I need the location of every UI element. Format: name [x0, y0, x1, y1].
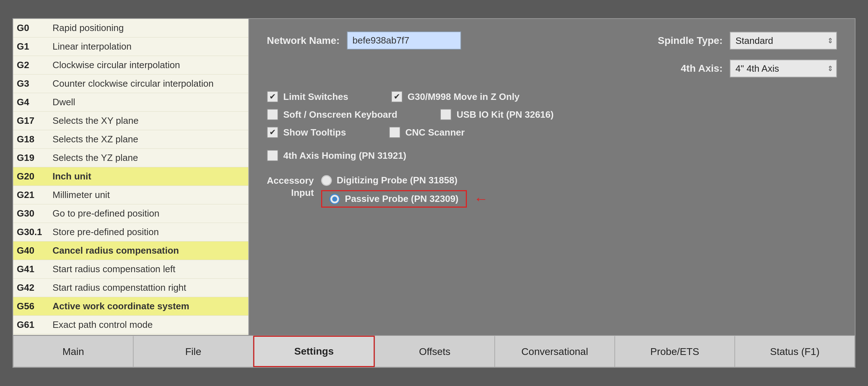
tab-probeets[interactable]: Probe/ETS [615, 336, 735, 367]
gcode-list: G0Rapid positioningG1Linear interpolatio… [13, 19, 248, 335]
spindle-type-select-wrapper: StandardVFDServo [730, 32, 837, 50]
gcode-desc-8: Inch unit [53, 171, 91, 182]
tab-file[interactable]: File [133, 336, 253, 367]
gcode-code-6: G18 [17, 134, 53, 145]
radio-item-1: Passive Probe (PN 32309)← [321, 190, 488, 208]
gcode-row-0[interactable]: G0Rapid positioning [13, 19, 248, 37]
gcode-desc-2: Clockwise circular interpolation [53, 60, 180, 71]
tab-conversational[interactable]: Conversational [495, 336, 615, 367]
gcode-desc-1: Linear interpolation [53, 41, 131, 52]
checkbox-box-1[interactable]: ✔ [391, 91, 403, 102]
axis-homing-checkbox[interactable] [267, 150, 278, 161]
network-name-group: Network Name: [267, 31, 461, 50]
gcode-row-3[interactable]: G3Counter clockwise circular interpolati… [13, 75, 248, 93]
radio-options: Digitizing Probe (PN 31858)Passive Probe… [321, 175, 488, 208]
fourth-axis-select[interactable]: 4" 4th Axis5" 4th AxisNone [730, 60, 837, 77]
axis-homing-row: 4th Axis Homing (PN 31921) [267, 150, 837, 161]
radio-circle-1[interactable] [329, 194, 340, 204]
gcode-desc-14: Start radius compenstattion right [53, 282, 186, 293]
accessory-section: Accessory Input Digitizing Probe (PN 318… [267, 175, 837, 208]
gcode-desc-3: Counter clockwise circular interpolation [53, 78, 214, 89]
gcode-code-8: G20 [17, 171, 53, 182]
checkbox-item: Soft / Onscreen Keyboard [267, 109, 397, 120]
checkbox-label-2: Soft / Onscreen Keyboard [283, 109, 397, 120]
gcode-code-1: G1 [17, 41, 53, 52]
checkbox-item: ✔Show Tooltips [267, 127, 346, 138]
gcode-code-14: G42 [17, 282, 53, 293]
accessory-label-line2: Input [291, 187, 314, 199]
checkbox-label-5: CNC Scanner [405, 127, 465, 138]
gcode-row-11[interactable]: G30.1Store pre-defined position [13, 223, 248, 242]
gcode-row-7[interactable]: G19Selects the YZ plane [13, 149, 248, 167]
gcode-desc-4: Dwell [53, 97, 75, 108]
spindle-type-label: Spindle Type: [658, 35, 723, 46]
network-name-input[interactable] [347, 31, 461, 50]
checkbox-label-4: Show Tooltips [283, 127, 346, 138]
gcode-desc-16: Exact path control mode [53, 319, 153, 330]
checkbox-box-3[interactable] [440, 109, 452, 120]
checkbox-box-0[interactable]: ✔ [267, 91, 278, 102]
checkbox-item: USB IO Kit (PN 32616) [440, 109, 554, 120]
gcode-desc-5: Selects the XY plane [53, 115, 139, 126]
gcode-code-0: G0 [17, 22, 53, 34]
radio-circle-0[interactable] [321, 175, 332, 186]
checkbox-row: ✔Limit Switches✔G30/M998 Move in Z Only [267, 91, 837, 102]
tab-status-f1[interactable]: Status (F1) [735, 336, 855, 367]
spindle-type-select[interactable]: StandardVFDServo [730, 32, 837, 50]
gcode-desc-10: Go to pre-defined position [53, 208, 159, 219]
gcode-code-2: G2 [17, 60, 53, 71]
fourth-axis-label: 4th Axis: [681, 63, 723, 74]
gcode-row-15[interactable]: G56Active work coordinate system [13, 297, 248, 316]
gcode-row-8[interactable]: G20Inch unit [13, 167, 248, 186]
gcode-desc-15: Active work coordinate system [53, 301, 189, 312]
axis-row: 4th Axis: 4" 4th Axis5" 4th AxisNone [267, 60, 837, 77]
gcode-row-2[interactable]: G2Clockwise circular interpolation [13, 56, 248, 75]
gcode-row-13[interactable]: G41Start radius compensation left [13, 260, 248, 279]
checkbox-box-4[interactable]: ✔ [267, 127, 278, 138]
gcode-code-16: G61 [17, 319, 53, 330]
spindle-group: Spindle Type: StandardVFDServo [658, 32, 837, 50]
gcode-row-10[interactable]: G30Go to pre-defined position [13, 204, 248, 223]
gcode-row-1[interactable]: G1Linear interpolation [13, 37, 248, 56]
gcode-code-13: G41 [17, 264, 53, 275]
network-name-label: Network Name: [267, 35, 340, 46]
gcode-row-5[interactable]: G17Selects the XY plane [13, 112, 248, 130]
checkbox-box-5[interactable] [389, 127, 400, 138]
gcode-row-14[interactable]: G42Start radius compenstattion right [13, 279, 248, 297]
gcode-code-3: G3 [17, 78, 53, 89]
checkbox-label-3: USB IO Kit (PN 32616) [457, 109, 554, 120]
gcode-desc-0: Rapid positioning [53, 22, 124, 34]
gcode-desc-7: Selects the YZ plane [53, 152, 138, 163]
gcode-code-10: G30 [17, 208, 53, 219]
gcode-code-5: G17 [17, 115, 53, 126]
right-panel: Network Name: Spindle Type: StandardVFDS… [249, 19, 855, 335]
axis-homing-label: 4th Axis Homing (PN 31921) [283, 150, 406, 161]
tab-main[interactable]: Main [13, 336, 133, 367]
radio-item-0: Digitizing Probe (PN 31858) [321, 175, 488, 186]
gcode-code-12: G40 [17, 245, 53, 256]
radio-label-1: Passive Probe (PN 32309) [345, 193, 459, 204]
passive-probe-box: Passive Probe (PN 32309) [321, 190, 467, 208]
gcode-desc-13: Start radius compensation left [53, 264, 175, 275]
checkbox-row: ✔Show TooltipsCNC Scanner [267, 127, 837, 138]
gcode-code-4: G4 [17, 97, 53, 108]
checkbox-item: CNC Scanner [389, 127, 465, 138]
checkboxes-section: ✔Limit Switches✔G30/M998 Move in Z OnlyS… [267, 91, 837, 138]
gcode-desc-6: Selects the XZ plane [53, 134, 138, 145]
tab-offsets[interactable]: Offsets [375, 336, 495, 367]
checkbox-box-2[interactable] [267, 109, 278, 120]
gcode-row-6[interactable]: G18Selects the XZ plane [13, 130, 248, 149]
gcode-row-12[interactable]: G40Cancel radius compensation [13, 242, 248, 260]
checkbox-row: Soft / Onscreen KeyboardUSB IO Kit (PN 3… [267, 109, 837, 120]
accessory-label-line1: Accessory [267, 175, 314, 187]
checkbox-label-0: Limit Switches [283, 91, 348, 102]
gcode-row-16[interactable]: G61Exact path control mode [13, 316, 248, 334]
tab-settings[interactable]: Settings [253, 336, 375, 367]
gcode-row-4[interactable]: G4Dwell [13, 93, 248, 112]
fourth-axis-select-wrapper: 4" 4th Axis5" 4th AxisNone [730, 60, 837, 77]
gcode-row-9[interactable]: G21Millimeter unit [13, 186, 248, 204]
top-settings-row: Network Name: Spindle Type: StandardVFDS… [267, 31, 837, 50]
gcode-code-15: G56 [17, 301, 53, 312]
gcode-code-9: G21 [17, 189, 53, 200]
checkbox-label-1: G30/M998 Move in Z Only [408, 91, 520, 102]
